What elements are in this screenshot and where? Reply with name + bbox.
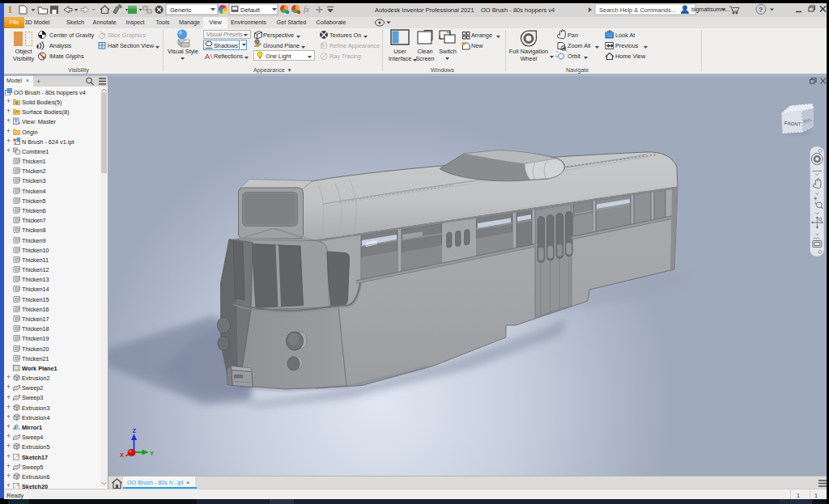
svg-text:Z: Z: [133, 427, 137, 434]
svg-text:X: X: [120, 451, 124, 459]
svg-text:Y: Y: [150, 450, 154, 457]
svg-text:FRONT: FRONT: [784, 121, 801, 127]
